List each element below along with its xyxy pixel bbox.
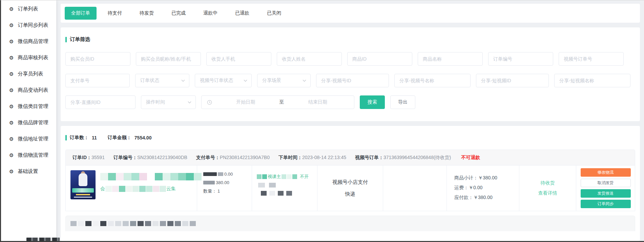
end-date-placeholder: 结束日期 bbox=[287, 99, 349, 105]
filter-select[interactable]: 视频号订单状态 bbox=[195, 74, 252, 87]
action-button-取消发货[interactable]: 取消发货 bbox=[581, 179, 631, 187]
filter-input[interactable] bbox=[65, 74, 130, 87]
buyer-info-cell: 视课主 不开 bbox=[252, 166, 317, 211]
meta-value: 35591 bbox=[91, 155, 105, 160]
redaction-block bbox=[155, 173, 163, 180]
sidebar-item-微信品牌管理[interactable]: ⚙微信品牌管理 bbox=[1, 114, 56, 131]
filter-input[interactable] bbox=[394, 74, 471, 87]
tab-已退款[interactable]: 已退款 bbox=[229, 7, 256, 20]
redaction-block bbox=[145, 221, 151, 226]
filter-select[interactable]: 分享场景 bbox=[257, 74, 311, 87]
sidebar-item-微信类目管理[interactable]: ⚙微信类目管理 bbox=[1, 98, 56, 114]
sidebar-item-label: 分享员列表 bbox=[18, 71, 43, 77]
redaction-blocks bbox=[257, 174, 267, 179]
gear-icon: ⚙ bbox=[9, 88, 14, 93]
redaction-block bbox=[175, 221, 181, 226]
order-count-label: 订单数： bbox=[70, 135, 89, 141]
product-name-fragment: 会 bbox=[100, 186, 105, 192]
filter-select[interactable]: 订单状态 bbox=[135, 74, 189, 87]
sidebar-item-微信物流管理[interactable]: ⚙微信物流管理 bbox=[1, 147, 56, 163]
sidebar-item-label: 商品审核列表 bbox=[18, 54, 48, 61]
meta-value: 3713639964544206848(待收货) bbox=[383, 155, 451, 160]
tab-已完成[interactable]: 已完成 bbox=[165, 7, 192, 20]
order-filter-panel: 订单筛选 订单状态视频号订单状态分享场景 操作时间 开始日期 至 结束日期 搜索… bbox=[61, 27, 640, 121]
filter-input[interactable] bbox=[488, 52, 553, 66]
tab-全部订单[interactable]: 全部订单 bbox=[65, 7, 97, 20]
order-row: 会 云集 0.00 bbox=[66, 166, 635, 211]
redaction-block bbox=[257, 174, 262, 179]
sidebar-item-label: 商品变动列表 bbox=[18, 87, 48, 93]
order-meta-item: 支付单号：PN230814221390A7B0 bbox=[196, 155, 270, 161]
filter-input[interactable] bbox=[277, 52, 342, 66]
total-label: 运费： bbox=[454, 185, 469, 190]
chevron-down-icon bbox=[181, 80, 185, 82]
sidebar-item-微信地址管理[interactable]: ⚙微信地址管理 bbox=[1, 131, 56, 147]
tab-退款中[interactable]: 退款中 bbox=[197, 7, 224, 20]
filter-section-title: 订单筛选 bbox=[65, 36, 635, 43]
sidebar-item-订单列表[interactable]: ⚙订单列表 bbox=[1, 1, 56, 17]
date-separator: 至 bbox=[279, 99, 284, 105]
total-line: 运费：￥0.00 bbox=[454, 183, 519, 193]
order-results-panel: 订单数： 11 订单金额： 7554.00 订单ID：35591订单编号：SN2… bbox=[61, 126, 640, 241]
filter-input[interactable] bbox=[316, 74, 389, 87]
action-button-订单同步[interactable]: 订单同步 bbox=[581, 200, 631, 208]
redaction-block bbox=[152, 221, 159, 226]
sidebar-item-分享员列表[interactable]: ⚙分享员列表 bbox=[1, 66, 56, 82]
filter-input[interactable] bbox=[206, 52, 271, 66]
filter-input[interactable] bbox=[559, 52, 624, 66]
redaction-block bbox=[147, 173, 155, 180]
filter-input[interactable] bbox=[418, 52, 483, 66]
main-content: 全部订单待支付待发货已完成退款中已退款已关闭 订单筛选 订单状态视频号订单状态分… bbox=[56, 0, 644, 241]
poster-figure bbox=[79, 173, 87, 186]
poster-title-art bbox=[72, 188, 94, 193]
tab-待发货[interactable]: 待发货 bbox=[133, 7, 160, 20]
sidebar-item-基础设置[interactable]: ⚙基础设置 bbox=[1, 163, 56, 179]
meta-label: 视频号订单： bbox=[355, 155, 383, 160]
filter-input[interactable] bbox=[347, 52, 412, 66]
meta-label: 订单编号： bbox=[113, 155, 137, 160]
total-line: 商品小计：￥380.00 bbox=[454, 173, 519, 183]
search-button[interactable]: 搜索 bbox=[360, 95, 385, 109]
filter-input[interactable] bbox=[136, 52, 201, 66]
redaction-block bbox=[100, 221, 106, 226]
status-bar-artifact bbox=[26, 238, 60, 241]
sidebar-item-商品审核列表[interactable]: ⚙商品审核列表 bbox=[1, 49, 56, 66]
section-accent-bar bbox=[65, 135, 67, 140]
meta-label: 下单时间： bbox=[278, 155, 302, 160]
filter-input[interactable] bbox=[476, 74, 549, 87]
sidebar-item-label: 基础设置 bbox=[18, 168, 38, 175]
product-name-redacted bbox=[100, 173, 202, 180]
live-room-id-input[interactable] bbox=[65, 95, 136, 109]
tab-已关闭[interactable]: 已关闭 bbox=[261, 7, 288, 20]
sidebar-item-label: 订单列表 bbox=[18, 6, 38, 12]
filter-row-3: 操作时间 开始日期 至 结束日期 搜索 导出 bbox=[65, 95, 635, 109]
export-button[interactable]: 导出 bbox=[390, 95, 415, 109]
redaction-block bbox=[282, 174, 286, 179]
redaction-block bbox=[178, 173, 186, 180]
redaction-block bbox=[258, 183, 265, 188]
buyer-fragment: 不开 bbox=[300, 174, 309, 180]
sidebar-item-订单同步列表[interactable]: ⚙订单同步列表 bbox=[1, 17, 56, 33]
sidebar-item-微信商品管理[interactable]: ⚙微信商品管理 bbox=[1, 33, 56, 49]
order-summary: 订单数： 11 订单金额： 7554.00 bbox=[65, 135, 635, 141]
meta-label: 支付单号： bbox=[196, 155, 220, 160]
order-card: 订单ID：35591订单编号：SN23081422139040DB支付单号：PN… bbox=[65, 150, 635, 211]
redaction-block bbox=[124, 173, 131, 180]
redaction-block bbox=[190, 221, 196, 226]
view-detail-link[interactable]: 查看详情 bbox=[538, 190, 557, 196]
action-button-发货推送[interactable]: 发货推送 bbox=[581, 189, 631, 198]
order-amount-label: 订单金额： bbox=[108, 135, 131, 141]
tab-待支付[interactable]: 待支付 bbox=[101, 7, 128, 20]
filter-input[interactable] bbox=[65, 52, 130, 66]
action-button-修改物流[interactable]: 修改物流 bbox=[581, 168, 631, 177]
order-status-tabs: 全部订单待支付待发货已完成退款中已退款已关闭 bbox=[61, 4, 640, 23]
filter-input[interactable] bbox=[554, 74, 630, 87]
sidebar-item-label: 微信类目管理 bbox=[18, 103, 48, 110]
date-range-picker[interactable]: 开始日期 至 结束日期 bbox=[201, 95, 354, 109]
sidebar-item-商品变动列表[interactable]: ⚙商品变动列表 bbox=[1, 82, 56, 98]
operate-time-select[interactable]: 操作时间 bbox=[141, 95, 196, 109]
unit-price-line: 0.00 bbox=[203, 171, 252, 177]
total-price-line: 380.00 bbox=[203, 179, 252, 186]
total-price-visible: 380.00 bbox=[216, 179, 229, 186]
buyer-address-redacted bbox=[258, 183, 314, 188]
